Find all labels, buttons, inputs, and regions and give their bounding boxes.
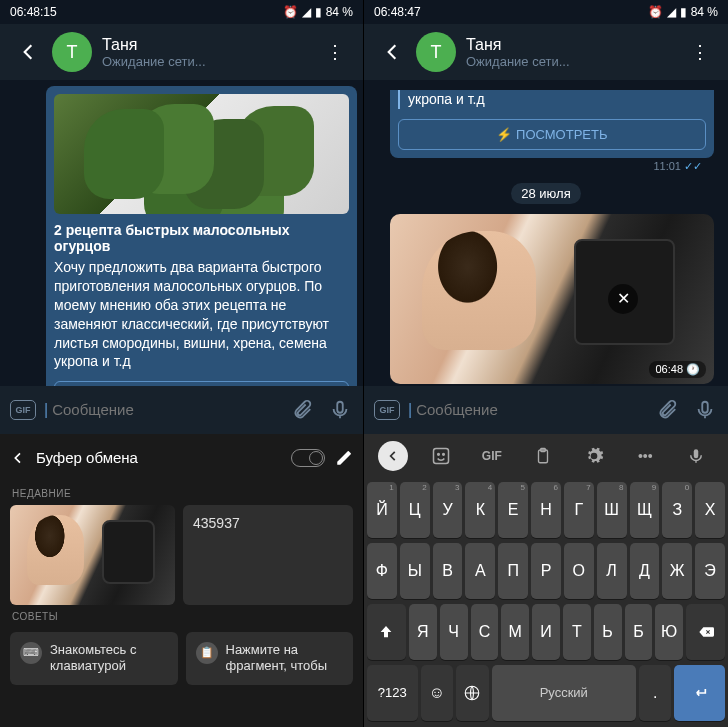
- key-Х[interactable]: Х: [695, 482, 725, 538]
- key-alt-label: 0: [685, 483, 689, 492]
- clipboard-tip-icon: 📋: [196, 642, 218, 664]
- key-К[interactable]: К4: [465, 482, 495, 538]
- shift-key[interactable]: [367, 604, 406, 660]
- key-П[interactable]: П: [498, 543, 528, 599]
- status-time: 06:48:15: [10, 5, 57, 19]
- key-Ж[interactable]: Ж: [662, 543, 692, 599]
- clipboard-panel: Буфер обмена НЕДАВНИЕ 435937 СОВЕТЫ ⌨ Зн…: [0, 434, 363, 728]
- key-Ю[interactable]: Ю: [655, 604, 683, 660]
- key-Ь[interactable]: Ь: [594, 604, 622, 660]
- key-В[interactable]: В: [433, 543, 463, 599]
- key-alt-label: 7: [586, 483, 590, 492]
- back-button[interactable]: [372, 32, 412, 72]
- key-О[interactable]: О: [564, 543, 594, 599]
- contact-info[interactable]: Таня Ожидание сети...: [466, 36, 680, 69]
- key-С[interactable]: С: [471, 604, 499, 660]
- gif-button[interactable]: GIF: [370, 393, 404, 427]
- key-Ф[interactable]: Ф: [367, 543, 397, 599]
- article-body: Хочу предложить два варианта быстрого пр…: [54, 258, 349, 371]
- message-article-card[interactable]: 2 рецепта быстрых малосольных огурцов Хо…: [46, 86, 357, 386]
- key-Г[interactable]: Г7: [564, 482, 594, 538]
- key-У[interactable]: У3: [433, 482, 463, 538]
- back-button[interactable]: [8, 32, 48, 72]
- voice-button[interactable]: [323, 393, 357, 427]
- chat-messages[interactable]: 2 рецепта быстрых малосольных огурцов Хо…: [0, 80, 363, 386]
- key-Й[interactable]: Й1: [367, 482, 397, 538]
- key-И[interactable]: И: [532, 604, 560, 660]
- symbols-key[interactable]: ?123: [367, 665, 418, 721]
- key-Щ[interactable]: Щ9: [630, 482, 660, 538]
- menu-button[interactable]: ⋮: [680, 32, 720, 72]
- key-Ы[interactable]: Ы: [400, 543, 430, 599]
- key-Э[interactable]: Э: [695, 543, 725, 599]
- key-alt-label: 4: [488, 483, 492, 492]
- contact-info[interactable]: Таня Ожидание сети...: [102, 36, 315, 69]
- virtual-keyboard: GIF ••• Й1Ц2У3К4Е5Н6Г7Ш8Щ9З0Х ФЫВАПРОЛДЖ…: [364, 434, 728, 728]
- key-Ц[interactable]: Ц2: [400, 482, 430, 538]
- kb-row-1: Й1Ц2У3К4Е5Н6Г7Ш8Щ9З0Х: [367, 482, 725, 538]
- chat-messages[interactable]: укропа и т.д ⚡ ПОСМОТРЕТЬ 11:01 ✓✓ 28 ию…: [364, 80, 728, 386]
- key-Р[interactable]: Р: [531, 543, 561, 599]
- svg-rect-1: [702, 401, 708, 412]
- contact-avatar[interactable]: Т: [416, 32, 456, 72]
- chat-header: Т Таня Ожидание сети... ⋮: [364, 24, 728, 80]
- screen-right: 06:48:47 ⏰ ◢ ▮ 84 % Т Таня Ожидание сети…: [364, 0, 728, 727]
- tip-card-2[interactable]: 📋 Нажмите на фрагмент, чтобы: [186, 632, 354, 686]
- tip-card-1[interactable]: ⌨ Знакомьтесь с клавиатурой: [10, 632, 178, 686]
- settings-icon[interactable]: [576, 438, 612, 474]
- key-А[interactable]: А: [465, 543, 495, 599]
- kb-collapse-button[interactable]: [378, 441, 408, 471]
- backspace-key[interactable]: [686, 604, 725, 660]
- key-М[interactable]: М: [501, 604, 529, 660]
- view-article-button[interactable]: ⚡ ПОСМОТРЕТЬ: [398, 119, 706, 150]
- mic-icon[interactable]: [678, 438, 714, 474]
- key-Е[interactable]: Е5: [498, 482, 528, 538]
- key-alt-label: 5: [521, 483, 525, 492]
- chevron-left-icon[interactable]: [10, 450, 26, 466]
- battery-icon: ▮: [680, 5, 687, 19]
- key-Л[interactable]: Л: [597, 543, 627, 599]
- svg-rect-0: [337, 401, 343, 412]
- sticker-icon[interactable]: [423, 438, 459, 474]
- menu-button[interactable]: ⋮: [315, 32, 355, 72]
- message-input-bar: GIF |: [0, 386, 363, 434]
- clipboard-text-item[interactable]: 435937: [183, 505, 353, 605]
- more-icon[interactable]: •••: [627, 438, 663, 474]
- cancel-upload-button[interactable]: ✕: [608, 284, 638, 314]
- key-alt-label: 8: [619, 483, 623, 492]
- edit-icon[interactable]: [335, 449, 353, 467]
- key-Б[interactable]: Б: [625, 604, 653, 660]
- photo-message[interactable]: ✕ 06:48 🕐: [390, 214, 714, 384]
- gif-button[interactable]: GIF: [6, 393, 40, 427]
- clipboard-toggle[interactable]: [291, 449, 325, 467]
- clipboard-icon[interactable]: [525, 438, 561, 474]
- view-article-button[interactable]: ⚡ ПОСМОТРЕТЬ: [54, 381, 349, 385]
- svg-point-4: [442, 453, 444, 455]
- emoji-key[interactable]: ☺: [421, 665, 454, 721]
- message-article-partial[interactable]: укропа и т.д ⚡ ПОСМОТРЕТЬ: [390, 90, 714, 158]
- space-key[interactable]: Русский: [492, 665, 636, 721]
- keyboard-tip-icon: ⌨: [20, 642, 42, 664]
- clipboard-image-item[interactable]: [10, 505, 175, 605]
- svg-point-3: [437, 453, 439, 455]
- language-key[interactable]: [456, 665, 489, 721]
- signal-icon: ◢: [667, 5, 676, 19]
- key-Я[interactable]: Я: [409, 604, 437, 660]
- period-key[interactable]: .: [639, 665, 672, 721]
- message-input[interactable]: [52, 401, 281, 418]
- message-input[interactable]: [416, 401, 646, 418]
- gif-icon[interactable]: GIF: [474, 438, 510, 474]
- key-Ч[interactable]: Ч: [440, 604, 468, 660]
- key-Т[interactable]: Т: [563, 604, 591, 660]
- attach-button[interactable]: [285, 393, 319, 427]
- contact-avatar[interactable]: Т: [52, 32, 92, 72]
- enter-key[interactable]: [674, 665, 725, 721]
- key-Д[interactable]: Д: [630, 543, 660, 599]
- contact-status: Ожидание сети...: [102, 54, 315, 69]
- key-Ш[interactable]: Ш8: [597, 482, 627, 538]
- attach-button[interactable]: [650, 393, 684, 427]
- keyboard-toolbar: GIF •••: [364, 434, 728, 478]
- voice-button[interactable]: [688, 393, 722, 427]
- key-З[interactable]: З0: [662, 482, 692, 538]
- key-Н[interactable]: Н6: [531, 482, 561, 538]
